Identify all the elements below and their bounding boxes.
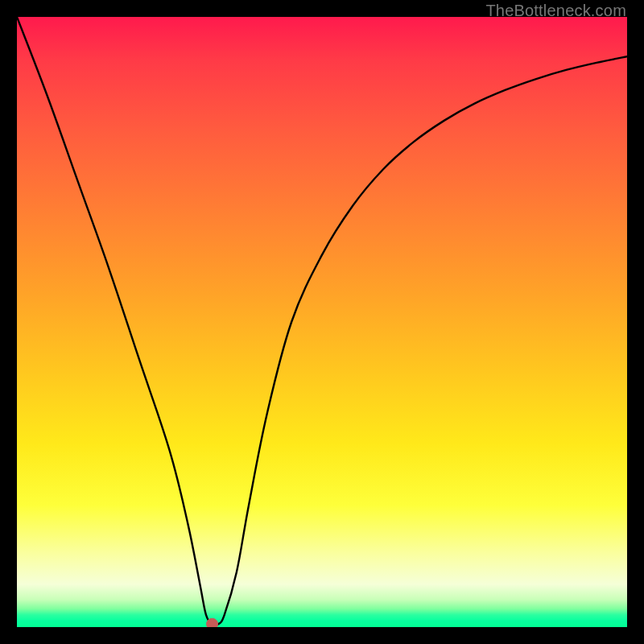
- minimum-marker: [207, 618, 218, 627]
- bottleneck-curve: [17, 17, 627, 625]
- curve-layer: [17, 17, 627, 627]
- watermark-text: TheBottleneck.com: [485, 2, 626, 20]
- plot-area: [17, 17, 627, 627]
- chart-frame: TheBottleneck.com: [0, 0, 644, 644]
